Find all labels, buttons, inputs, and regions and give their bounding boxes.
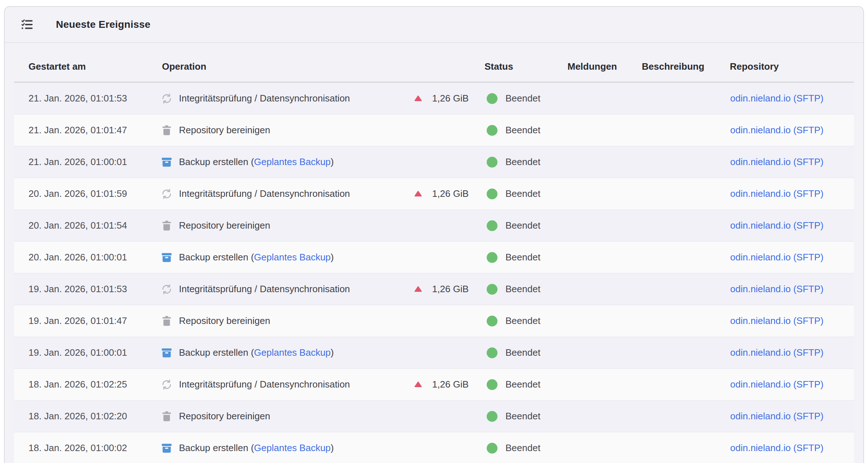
repository-link[interactable]: odin.nieland.io (SFTP) [730,156,824,167]
status-label: Beendet [505,411,540,422]
operation-backup-link[interactable]: Geplantes Backup [254,442,330,454]
archive-icon [161,347,173,359]
status-cell: Beendet [479,125,562,136]
operation-label-suffix: ) [331,252,334,263]
column-header-description: Beschreibung [637,43,725,82]
repository-link[interactable]: odin.nieland.io (SFTP) [730,284,824,294]
repository-cell: odin.nieland.io (SFTP) [725,156,854,168]
started-at-cell: 19. Jan. 2026, 01:01:47 [14,315,157,326]
upload-indicator: 1,26 GiB [414,93,469,104]
status-label: Beendet [505,347,540,358]
status-cell: Beendet [479,156,562,168]
table-row: 21. Jan. 2026, 01:01:53 [14,83,854,114]
operation-label-suffix: ) [331,347,334,358]
table-row: 21. Jan. 2026, 01:01:47 [14,114,854,146]
repository-link[interactable]: odin.nieland.io (SFTP) [730,379,824,390]
operation-cell: Backup erstellen ( Geplantes Backup ) [157,442,479,454]
started-at-cell: 21. Jan. 2026, 01:01:53 [14,93,157,104]
operation-cell: Repository bereinigen [157,124,479,137]
status-cell: Beendet [479,442,562,454]
table-row: 19. Jan. 2026, 01:01:47 [14,305,854,337]
operation-label: Repository bereinigen [179,220,270,231]
repository-link[interactable]: odin.nieland.io (SFTP) [730,252,824,263]
status-label: Beendet [505,315,540,326]
table-row: 20. Jan. 2026, 01:01:59 [14,178,854,210]
recent-events-card: Neueste Ereignisse Gestartet am Operatio… [4,6,864,463]
status-cell: Beendet [479,411,562,422]
upload-size: 1,26 GiB [432,284,469,295]
status-label: Beendet [505,125,540,136]
status-cell: Beendet [479,315,562,326]
upload-size: 1,26 GiB [432,379,469,390]
started-at-cell: 19. Jan. 2026, 01:00:01 [14,347,157,358]
status-done-dot [487,157,497,168]
status-label: Beendet [505,188,540,199]
started-at-cell: 18. Jan. 2026, 01:02:25 [14,379,157,390]
upload-arrow-icon [414,381,422,388]
upload-size: 1,26 GiB [432,93,469,104]
upload-indicator: 1,26 GiB [414,284,469,295]
operation-label: Backup erstellen ( [179,156,254,168]
operation-label: Repository bereinigen [179,315,270,326]
started-at-cell: 20. Jan. 2026, 01:00:01 [14,252,157,263]
table-body: 21. Jan. 2026, 01:01:53 [14,83,854,463]
column-header-messages: Meldungen [562,43,637,82]
repository-cell: odin.nieland.io (SFTP) [725,347,854,358]
operation-cell: Backup erstellen ( Geplantes Backup ) [157,156,479,168]
column-header-status: Status [479,43,562,82]
started-at-cell: 21. Jan. 2026, 01:01:47 [14,125,157,136]
upload-indicator: 1,26 GiB [414,379,469,390]
trash-icon [161,410,173,423]
upload-arrow-icon [414,95,422,101]
operation-label: Backup erstellen ( [179,347,254,358]
repository-cell: odin.nieland.io (SFTP) [725,188,854,199]
status-done-dot [487,220,497,231]
table-row: 20. Jan. 2026, 01:00:01 [14,242,854,273]
table-row: 21. Jan. 2026, 01:00:01 [14,146,854,178]
repository-cell: odin.nieland.io (SFTP) [725,379,854,390]
repository-link[interactable]: odin.nieland.io (SFTP) [730,315,824,326]
card-header: Neueste Ereignisse [5,7,863,43]
status-cell: Beendet [479,93,562,104]
operation-backup-link[interactable]: Geplantes Backup [254,347,330,358]
repository-cell: odin.nieland.io (SFTP) [725,220,854,231]
operation-cell: Repository bereinigen [157,410,479,423]
table-row: 18. Jan. 2026, 01:02:20 [14,401,854,432]
operation-backup-link[interactable]: Geplantes Backup [254,156,330,168]
status-cell: Beendet [479,188,562,199]
trash-icon [161,315,173,327]
status-cell: Beendet [479,379,562,390]
operation-label: Repository bereinigen [179,125,270,136]
operation-label: Backup erstellen ( [179,442,254,454]
operation-cell: Repository bereinigen [157,315,479,327]
repository-cell: odin.nieland.io (SFTP) [725,411,854,422]
repository-link[interactable]: odin.nieland.io (SFTP) [730,125,824,135]
status-done-dot [487,316,497,326]
sync-icon [161,378,173,391]
repository-link[interactable]: odin.nieland.io (SFTP) [730,188,824,199]
status-done-dot [487,284,497,295]
status-label: Beendet [505,379,540,390]
operation-label: Repository bereinigen [179,411,270,422]
operation-label: Integritätsprüfung / Datensynchronisatio… [179,188,350,199]
status-cell: Beendet [479,347,562,358]
repository-link[interactable]: odin.nieland.io (SFTP) [730,442,824,453]
archive-icon [161,442,173,454]
operation-cell: Backup erstellen ( Geplantes Backup ) [157,347,479,359]
repository-link[interactable]: odin.nieland.io (SFTP) [730,93,824,104]
repository-link[interactable]: odin.nieland.io (SFTP) [730,347,824,358]
table-row: 19. Jan. 2026, 01:00:01 [14,337,854,369]
operation-cell: Backup erstellen ( Geplantes Backup ) [157,251,479,264]
table-row: 19. Jan. 2026, 01:01:53 [14,273,854,305]
trash-icon [161,220,173,232]
status-label: Beendet [505,156,540,168]
operation-cell: Integritätsprüfung / Datensynchronisatio… [157,283,479,295]
archive-icon [161,156,173,168]
operation-backup-link[interactable]: Geplantes Backup [254,252,330,263]
operation-label: Integritätsprüfung / Datensynchronisatio… [179,93,350,104]
status-done-dot [487,125,497,136]
started-at-cell: 18. Jan. 2026, 01:02:20 [14,411,157,422]
repository-link[interactable]: odin.nieland.io (SFTP) [730,411,824,421]
repository-link[interactable]: odin.nieland.io (SFTP) [730,220,824,231]
column-header-operation: Operation [157,43,479,82]
